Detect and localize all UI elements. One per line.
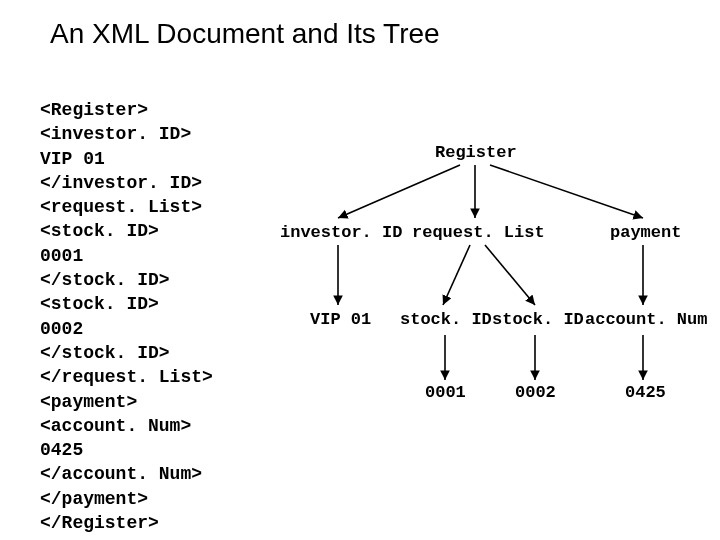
page-title: An XML Document and Its Tree [50, 18, 440, 50]
svg-line-2 [490, 165, 643, 218]
tree-node-stock2: stock. ID [492, 310, 584, 329]
tree-node-root: Register [435, 143, 517, 162]
svg-line-4 [443, 245, 470, 305]
tree-node-stock1: stock. ID [400, 310, 492, 329]
tree-node-vip: VIP 01 [310, 310, 371, 329]
tree-node-request: request. List [412, 223, 545, 242]
tree-leaf-0425: 0425 [625, 383, 666, 402]
xml-source: <Register> <investor. ID> VIP 01 </inves… [40, 98, 213, 535]
tree-leaf-0002: 0002 [515, 383, 556, 402]
svg-line-0 [338, 165, 460, 218]
tree-leaf-0001: 0001 [425, 383, 466, 402]
svg-line-5 [485, 245, 535, 305]
tree-diagram: Register investor. ID request. List paym… [260, 110, 710, 450]
tree-node-payment: payment [610, 223, 681, 242]
tree-node-account: account. Num [585, 310, 707, 329]
tree-node-investor: investor. ID [280, 223, 402, 242]
